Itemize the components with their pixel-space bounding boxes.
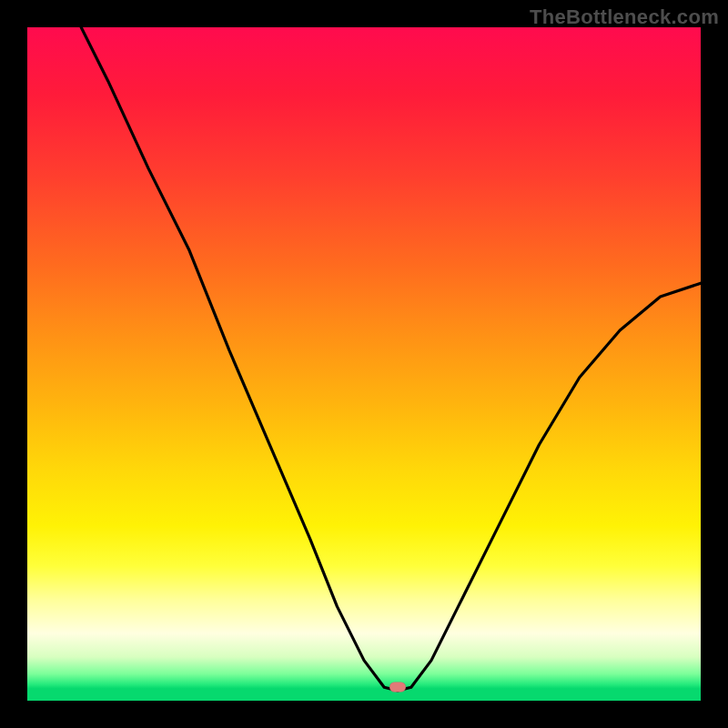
optimal-point-marker [389, 682, 406, 693]
curve-path [81, 27, 701, 691]
chart-plot-area [27, 27, 701, 701]
page-root: TheBottleneck.com [0, 0, 728, 728]
bottleneck-curve [27, 27, 701, 701]
watermark-text: TheBottleneck.com [530, 5, 719, 29]
